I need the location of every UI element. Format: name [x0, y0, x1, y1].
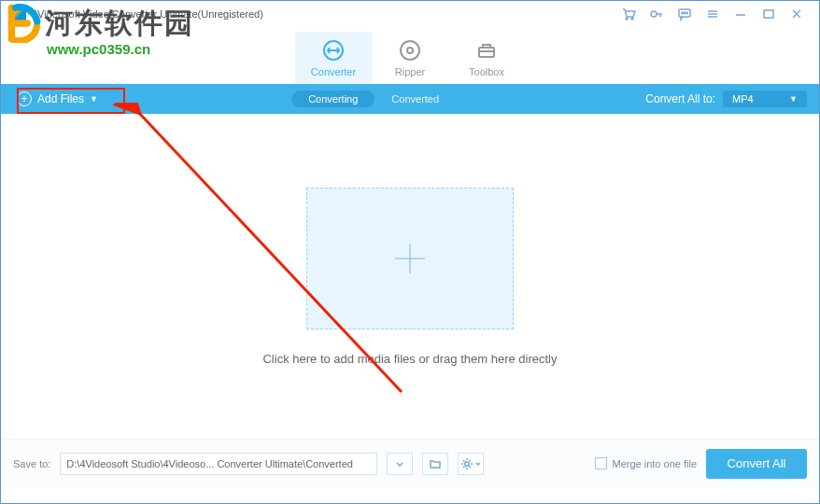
svg-point-6: [684, 12, 685, 13]
format-select[interactable]: MP4 ▼: [723, 91, 807, 107]
maximize-icon[interactable]: [758, 5, 779, 23]
svg-point-22: [465, 461, 469, 465]
merge-checkbox[interactable]: [595, 457, 607, 469]
toolbar: + Add Files ▼ Converting Converted Conve…: [0, 84, 820, 114]
titlebar: 4Videosoft Video Converter Ultimate(Unre…: [0, 0, 820, 28]
cart-icon[interactable]: [618, 5, 639, 23]
tab-label: Converter: [311, 66, 356, 77]
add-files-label: Add Files: [37, 92, 84, 105]
bottombar: Save to: D:\4Videosoft Studio\4Videoso..…: [0, 439, 820, 487]
key-icon[interactable]: [646, 5, 667, 23]
tab-label: Toolbox: [469, 66, 504, 77]
svg-point-5: [682, 12, 683, 13]
converter-icon: [321, 38, 346, 63]
close-icon[interactable]: [786, 5, 807, 23]
chevron-down-icon: ▼: [90, 94, 98, 104]
tab-label: Ripper: [395, 66, 425, 77]
minimize-icon[interactable]: [730, 5, 751, 23]
main-tabs: Converter Ripper Toolbox: [0, 28, 820, 84]
convert-all-to-label: Convert All to:: [645, 92, 715, 105]
settings-button[interactable]: [458, 453, 484, 475]
status-segmented: Converting Converted: [291, 91, 456, 107]
tab-toolbox[interactable]: Toolbox: [448, 32, 525, 84]
svg-rect-12: [764, 10, 773, 18]
svg-point-1: [626, 18, 628, 20]
toolbox-icon: [474, 38, 499, 63]
save-path-input[interactable]: D:\4Videosoft Studio\4Videoso... Convert…: [60, 453, 377, 475]
window-title: 4Videosoft Video Converter Ultimate(Unre…: [32, 8, 263, 20]
plus-icon: [388, 236, 432, 281]
drop-text: Click here to add media files or drag th…: [262, 352, 557, 366]
content-area: Click here to add media files or drag th…: [0, 114, 820, 439]
seg-converting[interactable]: Converting: [291, 91, 375, 107]
svg-point-17: [407, 48, 413, 53]
chevron-down-icon: ▼: [789, 94, 798, 104]
app-logo-icon: [9, 6, 26, 22]
ripper-icon: [398, 38, 422, 63]
tab-ripper[interactable]: Ripper: [372, 32, 448, 84]
add-files-button[interactable]: + Add Files ▼: [13, 90, 102, 108]
convert-all-button[interactable]: Convert All: [706, 449, 807, 479]
tab-converter[interactable]: Converter: [295, 32, 372, 84]
feedback-icon[interactable]: [674, 5, 695, 23]
svg-point-16: [401, 41, 419, 60]
merge-checkbox-group[interactable]: Merge into one file: [595, 457, 698, 469]
svg-point-2: [631, 18, 633, 20]
merge-label: Merge into one file: [613, 458, 698, 469]
format-value: MP4: [732, 93, 754, 105]
seg-converted[interactable]: Converted: [375, 91, 456, 107]
open-folder-button[interactable]: [422, 453, 448, 475]
path-dropdown-button[interactable]: [387, 453, 413, 475]
svg-point-7: [686, 12, 687, 13]
menu-icon[interactable]: [702, 5, 723, 23]
plus-circle-icon: +: [17, 91, 32, 106]
dropzone[interactable]: [306, 188, 514, 329]
save-to-label: Save to:: [13, 458, 50, 469]
svg-point-3: [651, 11, 657, 17]
